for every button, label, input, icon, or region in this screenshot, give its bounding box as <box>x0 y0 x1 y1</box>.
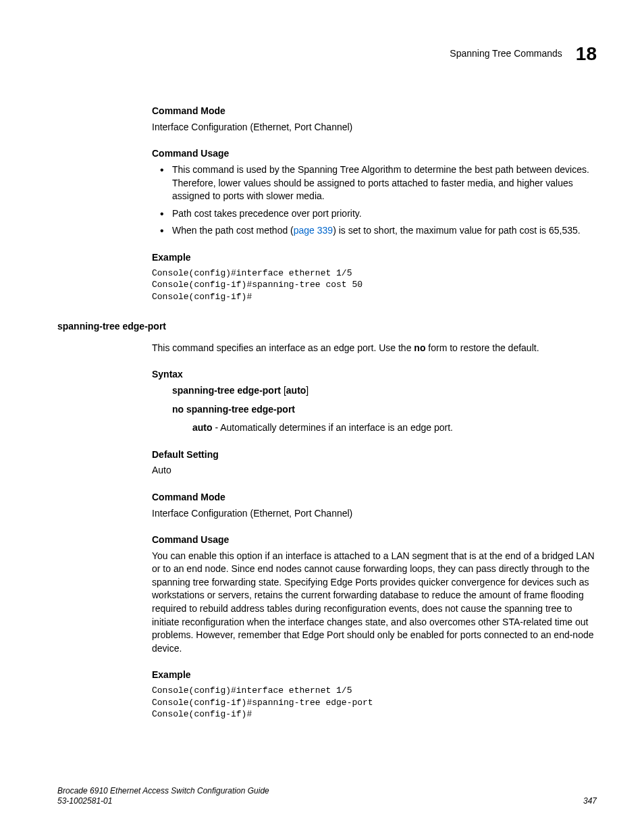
heading-command-mode-2: Command Mode <box>152 491 597 504</box>
syntax-param: auto - Automatically determines if an in… <box>192 421 597 435</box>
usage-b3-a: When the path cost method ( <box>172 225 294 236</box>
syntax-l1-rest: [ <box>281 385 286 396</box>
usage-text-2: You can enable this option if an interfa… <box>152 550 597 656</box>
usage-bullet-3: When the path cost method (page 339) is … <box>172 224 597 238</box>
usage-bullet-1: This command is used by the Spanning Tre… <box>172 163 597 203</box>
footer-left: Brocade 6910 Ethernet Access Switch Conf… <box>57 786 269 807</box>
heading-example-2: Example <box>152 669 597 682</box>
default-text: Auto <box>152 464 597 477</box>
syntax-l1-bold2: auto <box>286 385 306 396</box>
heading-command-usage-2: Command Usage <box>152 533 597 547</box>
footer-docnum: 53-1002581-01 <box>57 796 269 807</box>
heading-default-setting: Default Setting <box>152 448 597 462</box>
chapter-number: 18 <box>576 41 597 67</box>
footer-guide: Brocade 6910 Ethernet Access Switch Conf… <box>57 786 269 797</box>
syntax-line-1: spanning-tree edge-port [auto] <box>172 384 597 398</box>
example-code-1: Console(config)#interface ethernet 1/5 C… <box>152 267 597 303</box>
content-area: Command Mode Interface Configuration (Et… <box>152 105 597 303</box>
page-339-link[interactable]: page 339 <box>294 225 333 236</box>
heading-example: Example <box>152 251 597 265</box>
syntax-l1-rest2: ] <box>306 385 308 396</box>
page-footer: Brocade 6910 Ethernet Access Switch Conf… <box>57 786 597 807</box>
intro-b: form to restore the default. <box>425 342 539 353</box>
command-title-edge-port: spanning-tree edge-port <box>57 320 597 334</box>
footer-page-number: 347 <box>583 796 597 807</box>
edge-port-intro: This command specifies an interface as a… <box>152 342 597 355</box>
intro-a: This command specifies an interface as a… <box>152 342 414 353</box>
syntax-param-bold: auto <box>192 422 213 433</box>
heading-command-usage: Command Usage <box>152 147 597 161</box>
heading-command-mode: Command Mode <box>152 105 597 118</box>
syntax-param-rest: - Automatically determines if an interfa… <box>213 422 453 433</box>
usage-bullet-list: This command is used by the Spanning Tre… <box>172 163 597 238</box>
usage-b3-b: ) is set to short, the maximum value for… <box>333 225 581 236</box>
command-mode-text-2: Interface Configuration (Ethernet, Port … <box>152 507 597 521</box>
heading-syntax: Syntax <box>152 368 597 382</box>
usage-bullet-2: Path cost takes precedence over port pri… <box>172 207 597 221</box>
header-title: Spanning Tree Commands <box>450 47 562 61</box>
syntax-line-2: no spanning-tree edge-port <box>172 403 597 417</box>
example-code-2: Console(config)#interface ethernet 1/5 C… <box>152 685 597 721</box>
page-header: Spanning Tree Commands 18 <box>57 41 597 67</box>
intro-no-bold: no <box>414 342 425 353</box>
command-mode-text: Interface Configuration (Ethernet, Port … <box>152 121 597 134</box>
content-area-2: This command specifies an interface as a… <box>152 342 597 721</box>
syntax-l1-bold: spanning-tree edge-port <box>172 385 281 396</box>
